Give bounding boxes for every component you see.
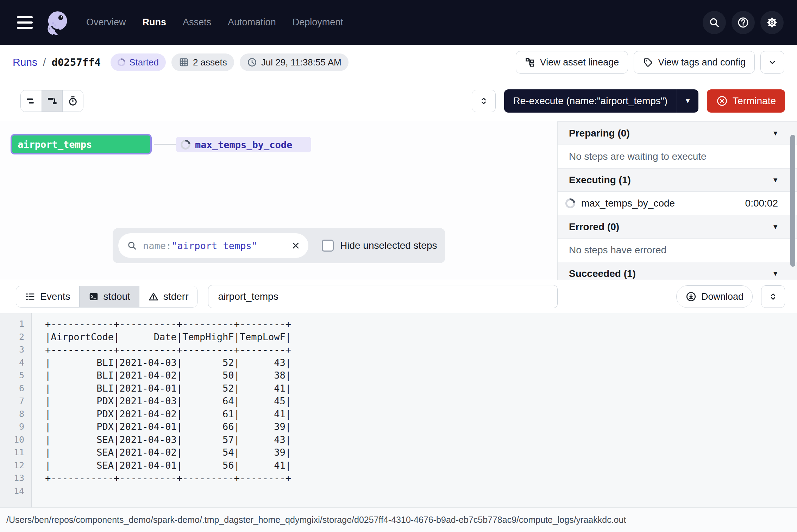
more-actions-button[interactable] xyxy=(760,51,784,74)
tag-icon xyxy=(643,57,653,68)
assets-count-badge[interactable]: 2 assets xyxy=(171,53,234,71)
breadcrumb-separator: / xyxy=(43,56,46,68)
view-tags-config-button[interactable]: View tags and config xyxy=(634,51,755,74)
chevron-down-icon xyxy=(767,57,777,67)
breadcrumb-runs-link[interactable]: Runs xyxy=(13,56,37,68)
primary-nav: Overview Runs Assets Automation Deployme… xyxy=(86,17,343,28)
log-file-path: /Users/ben/repos/components_demo/spark-d… xyxy=(6,515,626,525)
view-asset-lineage-button[interactable]: View asset lineage xyxy=(516,51,628,74)
spinner-icon xyxy=(116,57,127,68)
top-navigation-bar: Overview Runs Assets Automation Deployme… xyxy=(0,0,797,45)
hamburger-menu-icon[interactable] xyxy=(17,16,33,29)
gantt-flat-icon xyxy=(26,95,37,107)
zoom-fit-button[interactable] xyxy=(472,90,496,112)
spinner-icon xyxy=(564,197,577,210)
step-node-max-temps-by-code[interactable]: max_temps_by_code xyxy=(176,137,311,152)
help-button[interactable] xyxy=(732,11,755,34)
grid-icon xyxy=(178,57,189,68)
clock-icon xyxy=(247,57,257,68)
help-icon xyxy=(737,16,749,29)
reexecute-dropdown-button[interactable]: ▼ xyxy=(677,89,698,113)
stopwatch-icon xyxy=(67,95,79,107)
download-icon xyxy=(685,291,697,302)
view-waterfall-gantt-button[interactable] xyxy=(42,90,62,112)
run-id: d0257ff4 xyxy=(51,56,101,68)
stdout-log-viewer[interactable]: 1 2 3 4 5 6 7 8 9 10 11 12 13 14 +------… xyxy=(0,313,797,507)
section-executing[interactable]: Executing (1) ▼ xyxy=(558,168,797,192)
tab-stderr[interactable]: stderr xyxy=(139,286,197,307)
search-icon xyxy=(127,240,137,251)
download-button[interactable]: Download xyxy=(676,285,753,308)
expand-logs-button[interactable] xyxy=(761,285,785,308)
view-timer-button[interactable] xyxy=(62,90,83,112)
tab-events[interactable]: Events xyxy=(16,286,79,307)
clear-filter-icon[interactable] xyxy=(291,241,301,251)
caret-down-icon: ▼ xyxy=(772,270,779,278)
executing-step-row[interactable]: max_temps_by_code 0:00:02 xyxy=(558,192,797,215)
expand-vertical-icon xyxy=(479,96,489,106)
search-button[interactable] xyxy=(703,11,726,34)
nav-item-deployment[interactable]: Deployment xyxy=(293,17,343,28)
step-filter-bar: name:"airport_temps" Hide unselected ste… xyxy=(113,228,445,263)
view-flat-gantt-button[interactable] xyxy=(21,90,42,112)
terminate-button[interactable]: Terminate xyxy=(707,89,785,113)
panel-scrollbar[interactable] xyxy=(790,135,795,267)
log-file-path-bar: /Users/ben/repos/components_demo/spark-d… xyxy=(0,507,797,532)
tab-stdout[interactable]: stdout xyxy=(79,286,139,307)
section-succeeded[interactable]: Succeeded (1) ▼ xyxy=(558,262,797,280)
nav-item-assets[interactable]: Assets xyxy=(183,17,211,28)
caret-down-icon: ▼ xyxy=(772,176,779,184)
step-status-panel: Preparing (0) ▼ No steps are waiting to … xyxy=(557,121,797,280)
section-errored[interactable]: Errored (0) ▼ xyxy=(558,215,797,239)
hide-unselected-label[interactable]: Hide unselected steps xyxy=(340,240,437,251)
gear-icon xyxy=(766,16,778,29)
run-toolbar: Re-execute (name:"airport_temps") ▼ Term… xyxy=(0,80,797,121)
caret-down-icon: ▼ xyxy=(684,97,691,105)
log-type-tabs: Events stdout stderr xyxy=(16,286,197,308)
view-mode-toggle xyxy=(20,90,83,112)
logs-toolbar: Events stdout stderr airport_temps Downl… xyxy=(0,280,797,313)
log-text: +-----------+----------+---------+------… xyxy=(32,313,291,507)
reexecute-split-button: Re-execute (name:"airport_temps") ▼ xyxy=(504,89,699,113)
lineage-icon xyxy=(525,57,535,68)
run-gantt-canvas: airport_temps max_temps_by_code name:"ai… xyxy=(0,121,557,280)
elapsed-time: 0:00:02 xyxy=(745,198,778,209)
line-number-gutter: 1 2 3 4 5 6 7 8 9 10 11 12 13 14 xyxy=(0,313,32,507)
nav-item-overview[interactable]: Overview xyxy=(86,17,126,28)
dagster-logo[interactable] xyxy=(43,8,71,37)
dependency-edge xyxy=(154,144,176,145)
gantt-waterfall-icon xyxy=(46,95,58,107)
preparing-empty-text: No steps are waiting to execute xyxy=(558,145,797,168)
expand-vertical-icon xyxy=(768,292,778,302)
section-preparing[interactable]: Preparing (0) ▼ xyxy=(558,121,797,145)
terminal-icon xyxy=(88,291,99,302)
list-icon xyxy=(25,291,36,302)
run-header: Runs / d0257ff4 Started 2 assets Jul 29,… xyxy=(0,45,797,80)
nav-item-automation[interactable]: Automation xyxy=(228,17,276,28)
status-badge: Started xyxy=(111,53,166,71)
timestamp-badge: Jul 29, 11:38:55 AM xyxy=(240,53,349,71)
nav-item-runs[interactable]: Runs xyxy=(143,17,167,28)
step-node-airport-temps[interactable]: airport_temps xyxy=(11,134,152,154)
spinner-icon xyxy=(179,138,193,152)
search-icon xyxy=(708,17,720,28)
warning-triangle-icon xyxy=(148,291,159,302)
reexecute-button[interactable]: Re-execute (name:"airport_temps") xyxy=(504,95,677,107)
hide-unselected-checkbox[interactable] xyxy=(322,240,334,252)
settings-button[interactable] xyxy=(760,11,784,34)
circle-x-icon xyxy=(716,95,728,107)
step-filter-input[interactable]: name:"airport_temps" xyxy=(118,233,308,258)
errored-empty-text: No steps have errored xyxy=(558,239,797,262)
caret-down-icon: ▼ xyxy=(772,129,779,137)
log-step-filter-input[interactable]: airport_temps xyxy=(208,285,558,308)
caret-down-icon: ▼ xyxy=(772,223,779,231)
